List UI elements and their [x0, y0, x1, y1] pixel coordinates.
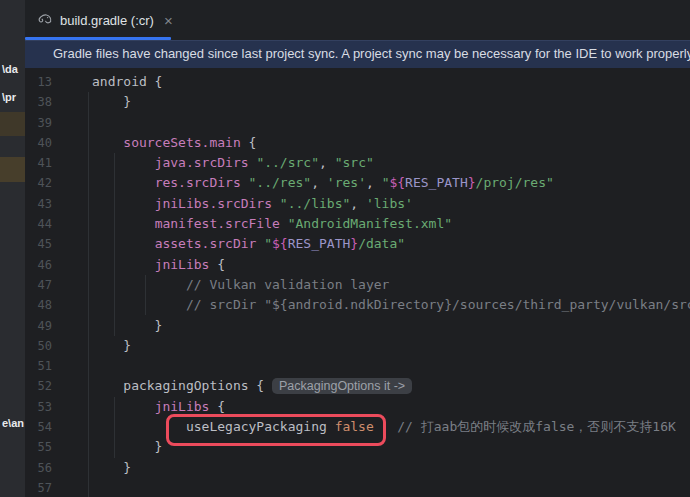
- editor-column: build.gradle (:cr) × Gradle files have c…: [25, 0, 690, 497]
- code-token: manifest.srcFile: [155, 216, 280, 231]
- indent-guide: [114, 153, 115, 336]
- code-text: jniLibs.srcDirs "../libs", 'libs': [52, 194, 413, 214]
- code-line[interactable]: 50 }: [25, 336, 690, 356]
- code-token: ${: [389, 175, 405, 190]
- code-token: ": [264, 236, 272, 251]
- code-token: [92, 175, 155, 190]
- line-number: 45: [25, 234, 52, 254]
- line-number: 53: [25, 397, 52, 417]
- code-line[interactable]: 47 // Vulkan validation layer: [25, 275, 690, 295]
- line-number: 57: [25, 478, 52, 497]
- code-line[interactable]: 51: [25, 356, 690, 376]
- indent-guide: [145, 275, 146, 315]
- ide-window: \da\pre\an build.gradle (:cr) × Gradle f…: [0, 0, 690, 497]
- panel-text-fragment: \pr: [2, 91, 16, 103]
- code-text: jniLibs {: [52, 255, 225, 275]
- code-token: ${: [272, 236, 288, 251]
- code-token: // srcDir "${android.ndkDirectory}/sourc…: [92, 297, 690, 312]
- code-token: sourceSets.main: [123, 135, 240, 150]
- panel-text-fragment: e\an: [2, 417, 24, 429]
- line-number: 42: [25, 173, 52, 193]
- gradle-sync-banner: Gradle files have changed since last pro…: [25, 40, 690, 68]
- line-number: 56: [25, 458, 52, 478]
- code-token: }: [92, 94, 131, 109]
- code-token: RES_PATH: [288, 236, 351, 251]
- code-line[interactable]: 52 packagingOptions { PackagingOptions i…: [25, 376, 690, 396]
- code-text: [52, 356, 92, 376]
- tab-build-gradle[interactable]: build.gradle (:cr) ×: [25, 0, 187, 40]
- code-token: }: [92, 318, 162, 333]
- code-token: "../src": [256, 155, 319, 170]
- code-token: res.srcDirs: [155, 175, 241, 190]
- line-number: 43: [25, 194, 52, 214]
- code-text: }: [52, 92, 131, 112]
- code-line[interactable]: 48 // srcDir "${android.ndkDirectory}/so…: [25, 295, 690, 315]
- code-text: assets.srcDir "${RES_PATH}/data": [52, 234, 405, 254]
- code-token: "../res": [249, 175, 312, 190]
- code-text: java.srcDirs "../src", "src": [52, 153, 374, 173]
- panel-highlight-block: [0, 157, 25, 182]
- code-token: android {: [92, 74, 162, 89]
- annotation-box: [166, 414, 386, 446]
- code-text: // Vulkan validation layer: [52, 275, 389, 295]
- code-token: "AndroidManifest.xml": [288, 216, 452, 231]
- code-text: packagingOptions { PackagingOptions it -…: [52, 376, 412, 396]
- code-token: ,: [319, 155, 335, 170]
- code-token: // Vulkan validation layer: [92, 277, 389, 292]
- code-token: 'libs': [366, 196, 413, 211]
- code-line[interactable]: 39: [25, 113, 690, 133]
- code-line[interactable]: 56 }: [25, 458, 690, 478]
- line-number: 52: [25, 376, 52, 396]
- code-line[interactable]: 41 java.srcDirs "../src", "src": [25, 153, 690, 173]
- code-line[interactable]: 44 manifest.srcFile "AndroidManifest.xml…: [25, 214, 690, 234]
- inlay-hint-chip[interactable]: PackagingOptions it ->: [272, 378, 412, 394]
- code-token: [92, 399, 155, 414]
- code-line[interactable]: 40 sourceSets.main {: [25, 133, 690, 153]
- code-token: [92, 216, 155, 231]
- code-text: [52, 478, 92, 497]
- code-token: /proj/res": [476, 175, 554, 190]
- line-number: 49: [25, 316, 52, 336]
- background-panel-strip[interactable]: \da\pre\an: [0, 0, 25, 497]
- code-token: [92, 196, 155, 211]
- code-editor[interactable]: 13android {38 }3940 sourceSets.main {41 …: [25, 68, 690, 497]
- code-token: }: [350, 236, 358, 251]
- code-token: assets.srcDir: [155, 236, 257, 251]
- code-token: }: [92, 338, 131, 353]
- code-line[interactable]: 57: [25, 478, 690, 497]
- code-token: [241, 175, 249, 190]
- line-number: 54: [25, 417, 52, 437]
- tab-close-icon[interactable]: ×: [164, 13, 173, 28]
- code-line[interactable]: 13android {: [25, 72, 690, 92]
- code-line[interactable]: 42 res.srcDirs "../res", 'res', "${RES_P…: [25, 173, 690, 193]
- code-token: [280, 216, 288, 231]
- line-number: 44: [25, 214, 52, 234]
- code-line[interactable]: 46 jniLibs {: [25, 255, 690, 275]
- code-line[interactable]: 45 assets.srcDir "${RES_PATH}/data": [25, 234, 690, 254]
- line-number: 13: [25, 72, 52, 92]
- code-token: [92, 257, 155, 272]
- tab-title: build.gradle (:cr): [60, 13, 154, 28]
- code-text: [52, 113, 92, 133]
- line-number: 41: [25, 153, 52, 173]
- line-number: 40: [25, 133, 52, 153]
- code-text: sourceSets.main {: [52, 133, 256, 153]
- code-token: }: [92, 460, 131, 475]
- editor-tab-bar: build.gradle (:cr) ×: [25, 0, 690, 40]
- code-line[interactable]: 38 }: [25, 92, 690, 112]
- code-line[interactable]: 43 jniLibs.srcDirs "../libs", 'libs': [25, 194, 690, 214]
- code-token: [272, 196, 280, 211]
- code-text: android {: [52, 72, 162, 92]
- code-text: res.srcDirs "../res", 'res', "${RES_PATH…: [52, 173, 554, 193]
- code-text: manifest.srcFile "AndroidManifest.xml": [52, 214, 452, 234]
- code-token: /data": [358, 236, 405, 251]
- code-text: }: [52, 458, 131, 478]
- panel-text-fragment: \da: [2, 63, 18, 75]
- code-line[interactable]: 49 }: [25, 316, 690, 336]
- code-token: java.srcDirs: [155, 155, 249, 170]
- code-token: packagingOptions {: [92, 378, 272, 393]
- code-token: ,: [366, 175, 382, 190]
- code-token: {: [209, 257, 225, 272]
- line-number: 55: [25, 437, 52, 457]
- code-token: RES_PATH: [405, 175, 468, 190]
